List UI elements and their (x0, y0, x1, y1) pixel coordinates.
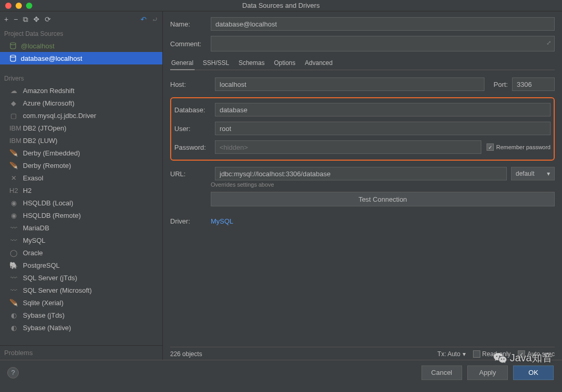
password-label: Password: (174, 143, 215, 151)
comment-input[interactable]: ⤢ (211, 36, 555, 51)
watermark-text: Java知音 (510, 351, 553, 365)
problems-section[interactable]: Problems (0, 345, 162, 360)
footer: ? Cancel Apply OK (0, 360, 562, 385)
driver-item[interactable]: ▢com.mysql.cj.jdbc.Driver (0, 109, 162, 122)
window-controls (0, 3, 32, 9)
apply-button[interactable]: Apply (467, 365, 508, 380)
driver-item[interactable]: 🪶Sqlite (Xerial) (0, 296, 162, 309)
driver-icon: 〰 (9, 286, 18, 294)
make-global-icon[interactable]: ✥ (33, 15, 40, 23)
titlebar: Data Sources and Drivers (0, 0, 562, 11)
help-button[interactable]: ? (7, 367, 19, 378)
close-window-icon[interactable] (5, 3, 11, 9)
cancel-button[interactable]: Cancel (422, 365, 462, 380)
overrides-note: Overrides settings above (211, 181, 555, 188)
driver-icon: H2 (9, 187, 18, 194)
driver-item[interactable]: IBMDB2 (LUW) (0, 134, 162, 147)
copy-icon[interactable]: ⧉ (23, 15, 28, 24)
driver-icon: 〰 (9, 274, 18, 282)
driver-icon: ▢ (9, 112, 18, 120)
minimize-window-icon[interactable] (16, 3, 22, 9)
driver-icon: 🐘 (9, 262, 18, 269)
url-label: URL: (170, 170, 211, 178)
zoom-window-icon[interactable] (26, 3, 32, 9)
name-input[interactable] (211, 17, 555, 31)
driver-item[interactable]: ☁Amazon Redshift (0, 84, 162, 97)
port-input[interactable] (512, 77, 555, 91)
driver-icon: ✕ (9, 174, 18, 182)
driver-item[interactable]: IBMDB2 (JTOpen) (0, 122, 162, 134)
add-icon[interactable]: + (4, 15, 8, 23)
reset-icon[interactable]: ↶ (140, 15, 147, 23)
driver-label: HSQLDB (Local) (23, 199, 73, 207)
window-title: Data Sources and Drivers (242, 2, 320, 9)
ok-button[interactable]: OK (513, 365, 554, 380)
driver-item[interactable]: 〰MariaDB (0, 221, 162, 234)
driver-label: PostgreSQL (23, 262, 60, 269)
credentials-highlight: Database: User: Password: ✓ Remember pas… (170, 97, 555, 161)
password-input[interactable] (215, 140, 481, 154)
url-mode-select[interactable]: default ▾ (511, 167, 555, 180)
left-toolbar: + − ⧉ ✥ ⟳ ↶ ⤾ (0, 11, 162, 27)
driver-item[interactable]: H2H2 (0, 184, 162, 197)
database-input[interactable] (215, 103, 551, 116)
driver-label: Exasol (23, 174, 43, 182)
driver-item[interactable]: 🪶Derby (Embedded) (0, 147, 162, 159)
driver-item[interactable]: ✕Exasol (0, 172, 162, 184)
driver-icon: ◆ (9, 99, 18, 107)
driver-label: Azure (Microsoft) (23, 99, 74, 107)
comment-label: Comment: (170, 40, 211, 48)
driver-item[interactable]: ◉HSQLDB (Local) (0, 197, 162, 209)
chevron-down-icon: ▾ (547, 170, 550, 177)
tab-options[interactable]: Options (273, 58, 296, 68)
driver-icon: ◯ (9, 249, 18, 257)
sync-icon[interactable]: ⤾ (152, 15, 158, 23)
driver-label: Driver: (170, 217, 211, 225)
tab-general[interactable]: General (170, 58, 195, 70)
driver-label: MySQL (23, 237, 45, 244)
driver-icon: IBM (9, 124, 18, 132)
test-connection-button[interactable]: Test Connection (211, 192, 555, 206)
host-label: Host: (170, 81, 211, 88)
driver-item[interactable]: 🐘PostgreSQL (0, 259, 162, 271)
driver-label: DB2 (LUW) (23, 137, 57, 145)
tx-mode[interactable]: Tx: Auto ▾ (438, 350, 466, 358)
data-source-item[interactable]: database@localhost (0, 52, 162, 64)
driver-item[interactable]: 🪶Derby (Remote) (0, 159, 162, 172)
data-source-label: @localhost (21, 42, 55, 50)
data-source-label: database@localhost (21, 55, 82, 62)
datasource-icon (9, 55, 17, 62)
object-count: 226 objects (170, 350, 202, 358)
driver-link[interactable]: MySQL (211, 217, 233, 225)
driver-icon: ◐ (9, 311, 18, 319)
checkbox-checked-icon[interactable]: ✓ (487, 143, 494, 151)
driver-item[interactable]: 〰SQL Server (Microsoft) (0, 284, 162, 296)
url-input[interactable] (215, 167, 507, 180)
driver-item[interactable]: ◐Sybase (Native) (0, 321, 162, 334)
data-sources-header: Project Data Sources (0, 27, 162, 40)
driver-item[interactable]: ◐Sybase (jTds) (0, 309, 162, 321)
settings-icon[interactable]: ⟳ (45, 15, 51, 23)
user-input[interactable] (215, 122, 551, 135)
driver-icon: 🪶 (9, 299, 18, 307)
driver-label: Sybase (jTds) (23, 311, 65, 319)
driver-icon: ◐ (9, 324, 18, 332)
driver-icon: 〰 (9, 224, 18, 232)
expand-icon[interactable]: ⤢ (546, 40, 551, 46)
data-source-item[interactable]: @localhost (0, 40, 162, 52)
tab-schemas[interactable]: Schemas (237, 58, 265, 68)
driver-item[interactable]: ◆Azure (Microsoft) (0, 97, 162, 109)
driver-item[interactable]: 〰MySQL (0, 234, 162, 246)
driver-item[interactable]: 〰SQL Server (jTds) (0, 271, 162, 284)
tab-advanced[interactable]: Advanced (304, 58, 334, 68)
name-label: Name: (170, 20, 211, 28)
url-mode-value: default (516, 170, 534, 177)
remove-icon[interactable]: − (14, 15, 18, 23)
driver-item[interactable]: ◉HSQLDB (Remote) (0, 209, 162, 221)
watermark: Java知音 (493, 351, 553, 365)
tab-sshssl[interactable]: SSH/SSL (202, 58, 231, 68)
driver-item[interactable]: ◯Oracle (0, 246, 162, 259)
host-input[interactable] (215, 77, 484, 91)
port-label: Port: (494, 81, 508, 88)
remember-password[interactable]: ✓ Remember password (487, 143, 551, 151)
